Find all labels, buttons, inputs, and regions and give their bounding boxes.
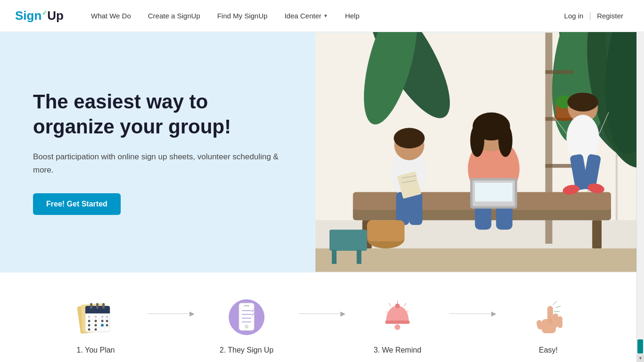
nav-create-signup[interactable]: Create a SignUp bbox=[140, 0, 209, 32]
arrow-3: ▶ bbox=[449, 310, 496, 317]
svg-point-81 bbox=[88, 329, 91, 331]
login-link[interactable]: Log in bbox=[559, 12, 589, 20]
step-3-label: 3. We Remind bbox=[373, 346, 421, 354]
step-4-label: Easy! bbox=[539, 346, 558, 354]
svg-line-95 bbox=[404, 303, 406, 306]
dropdown-arrow-icon: ▼ bbox=[323, 13, 328, 18]
svg-rect-52 bbox=[330, 230, 367, 251]
svg-point-70 bbox=[95, 316, 97, 318]
arrow-1: ▶ bbox=[148, 310, 195, 317]
step-4-icon bbox=[527, 296, 570, 338]
svg-point-79 bbox=[101, 324, 104, 327]
svg-rect-85 bbox=[244, 305, 249, 306]
svg-point-69 bbox=[88, 316, 91, 318]
hero-illustration bbox=[315, 32, 644, 272]
step-2: ✓ ✓ 2. They Sign Up bbox=[195, 296, 298, 354]
svg-rect-12 bbox=[545, 70, 574, 74]
steps-section: 1. You Plan ▶ bbox=[0, 272, 644, 362]
svg-point-96 bbox=[395, 304, 400, 308]
svg-text:✓: ✓ bbox=[251, 313, 255, 317]
svg-point-74 bbox=[95, 320, 97, 322]
step-2-icon: ✓ ✓ bbox=[225, 296, 268, 338]
svg-point-71 bbox=[101, 316, 104, 318]
nav-help[interactable]: Help bbox=[337, 0, 368, 32]
svg-point-98 bbox=[395, 324, 400, 330]
scrollbar-down-arrow[interactable]: ▼ bbox=[637, 354, 644, 362]
step-1-icon bbox=[74, 296, 117, 338]
svg-rect-31 bbox=[475, 183, 513, 202]
header: Sign✓Up What We Do Create a SignUp Find … bbox=[0, 0, 644, 32]
svg-line-100 bbox=[556, 306, 561, 308]
step-2-label: 2. They Sign Up bbox=[220, 346, 273, 354]
svg-point-75 bbox=[101, 320, 104, 322]
register-link[interactable]: Register bbox=[591, 12, 629, 20]
svg-rect-103 bbox=[547, 306, 553, 324]
svg-rect-51 bbox=[367, 220, 405, 241]
nav-idea-center[interactable]: Idea Center ▼ bbox=[276, 0, 336, 32]
svg-rect-104 bbox=[553, 313, 558, 328]
svg-point-25 bbox=[471, 124, 485, 157]
scrollbar-thumb[interactable] bbox=[637, 339, 643, 354]
header-auth: Log in | Register bbox=[559, 11, 629, 21]
svg-point-92 bbox=[245, 325, 248, 329]
hero-subtitle: Boost participation with online sign up … bbox=[33, 150, 282, 176]
svg-rect-53 bbox=[332, 250, 337, 264]
svg-rect-54 bbox=[357, 250, 362, 264]
svg-point-42 bbox=[567, 115, 600, 162]
svg-point-73 bbox=[88, 320, 91, 322]
svg-point-41 bbox=[568, 93, 599, 112]
svg-line-94 bbox=[389, 303, 391, 306]
svg-rect-21 bbox=[593, 220, 602, 248]
svg-point-78 bbox=[95, 324, 97, 327]
steps-container: 1. You Plan ▶ bbox=[44, 296, 600, 354]
step-3: 3. We Remind bbox=[346, 296, 449, 354]
hero-section: The easiest way to organize your group! … bbox=[0, 32, 644, 272]
svg-rect-105 bbox=[558, 316, 562, 328]
svg-rect-59 bbox=[85, 310, 110, 313]
svg-rect-62 bbox=[102, 303, 105, 309]
svg-rect-36 bbox=[409, 192, 422, 225]
step-4: Easy! bbox=[496, 296, 600, 354]
svg-point-77 bbox=[88, 324, 91, 327]
svg-point-82 bbox=[95, 329, 97, 331]
nav-what-we-do[interactable]: What We Do bbox=[83, 0, 140, 32]
svg-rect-97 bbox=[385, 321, 410, 324]
arrow-2: ▶ bbox=[298, 310, 346, 317]
svg-rect-61 bbox=[96, 303, 99, 309]
get-started-button[interactable]: Free! Get Started bbox=[33, 193, 121, 215]
svg-point-80 bbox=[106, 324, 108, 327]
step-1: 1. You Plan bbox=[44, 296, 148, 354]
logo-text: Sign✓Up bbox=[15, 8, 64, 23]
svg-line-99 bbox=[553, 301, 557, 305]
hero-left: The easiest way to organize your group! … bbox=[0, 32, 315, 272]
svg-rect-60 bbox=[90, 303, 92, 309]
svg-point-26 bbox=[498, 124, 512, 157]
scrollbar[interactable]: ▲ ▼ bbox=[636, 0, 644, 362]
hero-title: The easiest way to organize your group! bbox=[33, 90, 282, 139]
svg-rect-49 bbox=[315, 248, 644, 272]
step-1-label: 1. You Plan bbox=[77, 346, 115, 354]
main-nav: What We Do Create a SignUp Find My SignU… bbox=[83, 0, 559, 32]
logo[interactable]: Sign✓Up bbox=[15, 8, 64, 23]
nav-find-signup[interactable]: Find My SignUp bbox=[209, 0, 276, 32]
hero-image bbox=[315, 32, 644, 272]
svg-point-34 bbox=[394, 128, 425, 148]
nav-idea-center-label: Idea Center bbox=[284, 12, 321, 20]
svg-point-76 bbox=[106, 320, 108, 322]
step-3-icon bbox=[376, 296, 419, 338]
svg-rect-14 bbox=[545, 164, 574, 168]
svg-point-72 bbox=[106, 316, 108, 318]
